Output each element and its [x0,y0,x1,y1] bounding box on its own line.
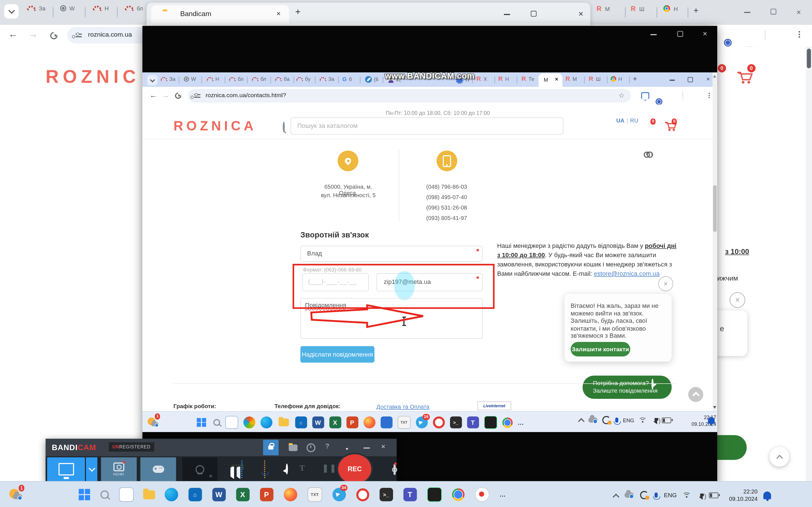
inner-tab-chevron-button[interactable] [147,75,158,86]
scroll-up-arrow[interactable] [713,73,716,78]
pause-icon[interactable]: ❚❚ [322,464,337,473]
inner-tab-6[interactable]: бу [296,76,311,82]
outer-roznica-logo[interactable]: ROZNIC [46,66,140,87]
tab-close-icon[interactable]: × [555,76,558,82]
explorer-new-tab-button[interactable]: + [295,7,301,18]
update-icon[interactable] [602,416,610,424]
telegram-icon[interactable]: 34 [332,488,346,501]
mic-icon[interactable] [615,417,618,422]
help-pill[interactable]: Потрібна допомога? Залиште повідомлення [582,376,672,399]
language-indicator[interactable]: ENG [623,417,635,423]
outer-scrollbar[interactable] [806,47,812,481]
scrollbar-thumb[interactable] [807,49,811,68]
screen-mode-tile[interactable] [47,457,85,481]
inner-minimize-button[interactable] [670,80,675,81]
opera-icon[interactable] [356,488,369,501]
inner-active-tab[interactable]: М × [539,73,562,87]
taskbar-more-icon[interactable]: … [500,491,506,498]
onedrive-icon[interactable] [589,417,598,422]
minimize-button[interactable] [744,12,750,13]
inner-url-bar[interactable]: roznica.com.ua/contacts.html? ☆ [188,89,631,103]
scroll-down-arrow[interactable] [713,406,716,410]
name-input[interactable]: Влад [300,245,483,262]
text-overlay-icon[interactable]: T [299,464,305,473]
teams-icon[interactable]: T [403,488,417,501]
webcam-tile-disabled[interactable]: × [183,457,218,481]
battery-icon[interactable] [662,417,671,423]
tab-search-chevron-button[interactable] [4,4,18,18]
outer-tab-4[interactable]: бл [125,5,143,11]
explorer-maximize-button[interactable] [531,11,537,17]
video-minimize-button[interactable] [651,34,657,35]
clock[interactable]: 22:20 09.10.2024 [724,488,758,502]
outer-help-button-fragment[interactable] [712,435,747,460]
tab-close-icon[interactable]: × [276,9,281,17]
outer-tab-1[interactable]: За [27,5,46,11]
notification-bell-icon[interactable] [708,416,714,424]
excel-icon[interactable]: X [236,488,250,501]
terminal-icon[interactable]: >_ [450,416,462,429]
volume-icon[interactable] [696,494,703,499]
pycharm-icon[interactable] [427,487,441,502]
taskbar-more-icon[interactable]: … [518,419,524,426]
taskview-icon[interactable] [225,416,238,429]
outer-tab-3[interactable]: Н [93,5,109,11]
wifi-icon[interactable] [639,417,646,422]
submit-button[interactable]: Надіслати повідомлення [300,346,374,363]
opera-icon[interactable] [433,416,445,429]
inner-tab-0[interactable]: За [160,76,175,82]
bandicam-tray-icon[interactable] [474,487,489,502]
scroll-top-button[interactable] [688,387,703,402]
click-effect-icon[interactable] [286,464,288,474]
battery-icon[interactable] [709,492,718,498]
start-button[interactable] [197,418,206,427]
inner-tab-16[interactable]: RМ [566,75,577,82]
inner-tab-4[interactable]: бл [252,76,266,82]
output-folder-icon[interactable] [289,445,297,451]
lang-ru[interactable]: RU [630,117,638,124]
excel-icon[interactable]: X [329,416,341,429]
lock-button[interactable] [263,440,278,455]
inner-restore-button[interactable] [688,77,693,82]
liveinternet-badge[interactable]: LiveInternet [477,401,511,410]
inner-back-button[interactable]: ← [150,91,157,99]
inner-browser-menu-icon[interactable] [709,93,710,98]
chrome-icon[interactable] [452,489,464,501]
inner-new-tab-button[interactable]: + [633,74,637,82]
forward-button[interactable]: → [29,29,38,40]
volume-icon[interactable] [651,419,657,424]
explorer-icon[interactable] [143,490,155,499]
inner-tab-7[interactable]: За [319,76,335,82]
notification-bell-icon[interactable] [763,491,771,499]
firefox-icon[interactable] [284,488,297,501]
bandicam-close-button[interactable]: × [381,442,386,450]
video-maximize-button[interactable] [677,31,683,37]
inner-tab-14[interactable]: RТе [522,75,535,82]
delivery-link[interactable]: Доставка та Оплата [376,404,429,410]
video-close-button[interactable]: × [703,29,707,38]
compare-icon[interactable] [644,152,653,158]
help-icon[interactable]: ? [325,442,329,450]
explorer-close-button[interactable]: × [578,9,583,18]
edge-icon[interactable] [164,488,178,501]
bandicam-minimize-button[interactable] [363,448,370,449]
schedule-clock-icon[interactable] [306,443,315,452]
wifi-icon[interactable] [683,493,691,498]
taskview-icon[interactable] [119,487,133,502]
explorer-minimize-button[interactable] [504,14,510,15]
word-icon[interactable]: W [212,488,225,501]
search-icon[interactable] [100,490,108,499]
inner-tab-17[interactable]: RШ [589,75,601,82]
txt-icon[interactable]: TXT [307,487,322,502]
speaker-icon[interactable] [228,465,234,479]
roznica-logo[interactable]: ROZNICA [173,118,257,134]
catalog-search-field[interactable]: Пошук за каталогом [290,117,563,135]
update-icon[interactable] [640,491,648,499]
firefox-icon[interactable] [363,416,375,429]
new-tab-button[interactable]: + [693,6,698,16]
inner-tab-13[interactable]: RН [498,75,509,82]
edge-icon[interactable] [260,416,272,429]
inner-tab-1[interactable]: W [184,76,196,82]
chrome-icon[interactable] [502,417,513,428]
outer-tab-h[interactable]: Н [663,5,678,12]
